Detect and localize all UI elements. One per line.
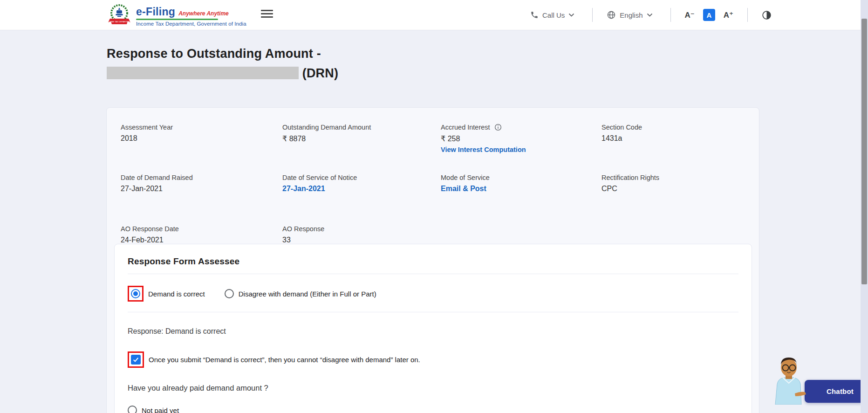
field-value: 33 xyxy=(282,236,441,244)
font-size-decrease-button[interactable]: A⁻ xyxy=(685,10,695,20)
brand-tagline: Anywhere Anytime xyxy=(178,10,229,17)
field-value: 27-Jan-2021 xyxy=(121,185,282,193)
field-ao-response: AO Response 33 xyxy=(282,225,441,244)
radio-label-not-paid-yet[interactable]: Not paid yet xyxy=(142,406,179,413)
demand-response-radio-group: Demand is correct Disagree with demand (… xyxy=(128,286,738,302)
field-outstanding-demand-amount: Outstanding Demand Amount ₹ 8878 xyxy=(282,124,441,153)
contrast-toggle-icon[interactable] xyxy=(762,10,772,20)
field-label: Mode of Service xyxy=(441,174,601,181)
section-divider xyxy=(128,312,738,312)
annotation-highlight-box xyxy=(128,286,144,302)
form-heading: Response Form Assessee xyxy=(128,244,738,267)
chevron-down-icon xyxy=(647,13,653,17)
field-label: Outstanding Demand Amount xyxy=(282,124,441,131)
header-utility-nav: Call Us English A⁻ A A⁺ xyxy=(530,0,772,30)
chevron-down-icon xyxy=(568,13,574,17)
field-date-of-demand-raised: Date of Demand Raised 27-Jan-2021 xyxy=(121,174,282,193)
department-subtitle: Income Tax Department, Government of Ind… xyxy=(136,21,246,27)
radio-label-demand-is-correct[interactable]: Demand is correct xyxy=(148,290,205,298)
confirm-checkbox-label[interactable]: Once you submit “Demand is correct”, the… xyxy=(149,356,420,364)
view-interest-computation-link[interactable]: View Interest Computation xyxy=(441,146,601,153)
page-title-line1: Response to Outstanding Amount - xyxy=(107,44,338,63)
field-label: Date of Demand Raised xyxy=(121,174,282,181)
nav-divider xyxy=(670,8,671,22)
summary-row-1: Assessment Year 2018 Outstanding Demand … xyxy=(121,124,747,153)
radio-label-disagree-with-demand[interactable]: Disagree with demand (Either in Full or … xyxy=(239,290,376,298)
field-label: Date of Service of Notice xyxy=(282,174,441,181)
field-label: Accrued Interest xyxy=(441,124,601,131)
mode-of-service-link[interactable]: Email & Post xyxy=(441,185,601,193)
response-form-card: Response Form Assessee Demand is correct… xyxy=(114,244,752,413)
field-value: ₹ 8878 xyxy=(282,134,441,143)
field-rectification-rights: Rectification Rights CPC xyxy=(601,174,747,193)
phone-icon xyxy=(530,11,539,19)
payment-question: Have you already paid demand amount ? xyxy=(128,384,738,392)
confirmation-checkbox-row: Once you submit “Demand is correct”, the… xyxy=(128,351,738,368)
summary-row-2: Date of Demand Raised 27-Jan-2021 Date o… xyxy=(121,174,747,193)
date-of-service-link[interactable]: 27-Jan-2021 xyxy=(282,185,441,193)
globe-icon xyxy=(607,10,616,20)
demand-summary-card: Assessment Year 2018 Outstanding Demand … xyxy=(106,107,759,413)
field-value: 24-Feb-2021 xyxy=(121,236,282,244)
nav-divider xyxy=(747,8,748,22)
confirm-checkbox[interactable] xyxy=(131,355,141,365)
svg-text:INCOME TAX DEPARTMENT: INCOME TAX DEPARTMENT xyxy=(106,21,132,23)
page-title: Response to Outstanding Amount - (DRN) xyxy=(107,44,338,83)
call-us-label: Call Us xyxy=(542,11,565,19)
radio-disagree-with-demand[interactable] xyxy=(225,289,234,298)
brand-name: e-Filing xyxy=(136,6,175,18)
field-value: ₹ 258 xyxy=(441,134,601,143)
chatbot-button-label: Chatbot xyxy=(827,387,854,395)
field-label: Section Code xyxy=(601,124,747,131)
logo-green-rule xyxy=(136,19,218,20)
field-section-code: Section Code 1431a xyxy=(601,124,747,153)
heading-divider xyxy=(128,274,738,274)
field-label: Assessment Year xyxy=(121,124,282,131)
hamburger-menu-icon[interactable] xyxy=(261,10,274,20)
redacted-drn-value xyxy=(107,67,299,79)
font-size-increase-button[interactable]: A⁺ xyxy=(724,10,733,20)
income-tax-emblem-icon: INCOME TAX DEPARTMENT xyxy=(106,2,132,30)
radio-demand-is-correct[interactable] xyxy=(131,289,140,298)
field-label: AO Response Date xyxy=(121,225,282,233)
field-value: CPC xyxy=(601,185,747,193)
payment-radio-group: Not paid yet xyxy=(128,406,738,413)
language-menu[interactable]: English xyxy=(607,10,656,20)
summary-row-3: AO Response Date 24-Feb-2021 AO Response… xyxy=(121,225,747,244)
field-mode-of-service: Mode of Service Email & Post xyxy=(441,174,601,193)
nav-divider xyxy=(592,8,593,22)
page-title-drn-suffix: (DRN) xyxy=(302,66,338,80)
annotation-highlight-box xyxy=(128,351,144,368)
chatbot-button[interactable]: Chatbot xyxy=(805,380,863,403)
scrollbar-thumb[interactable] xyxy=(861,19,867,284)
chatbot-avatar-icon[interactable] xyxy=(769,356,811,406)
field-accrued-interest: Accrued Interest ₹ 258 View Interest Com… xyxy=(441,124,601,153)
efiling-logo: INCOME TAX DEPARTMENT e-Filing Anywhere … xyxy=(106,2,246,30)
selected-response-text: Response: Demand is correct xyxy=(128,327,738,336)
field-assessment-year: Assessment Year 2018 xyxy=(121,124,282,153)
field-value: 2018 xyxy=(121,134,282,143)
info-icon[interactable] xyxy=(494,124,502,131)
language-label: English xyxy=(620,11,642,19)
field-date-of-service-of-notice: Date of Service of Notice 27-Jan-2021 xyxy=(282,174,441,193)
call-us-menu[interactable]: Call Us xyxy=(530,11,578,19)
app-header: INCOME TAX DEPARTMENT e-Filing Anywhere … xyxy=(0,0,861,30)
field-label: Rectification Rights xyxy=(601,174,747,181)
scrollbar-track xyxy=(861,0,868,413)
font-size-default-button[interactable]: A xyxy=(703,9,715,21)
field-label: AO Response xyxy=(282,225,441,233)
field-value: 1431a xyxy=(601,134,747,143)
field-ao-response-date: AO Response Date 24-Feb-2021 xyxy=(121,225,282,244)
radio-not-paid-yet[interactable] xyxy=(128,406,137,413)
